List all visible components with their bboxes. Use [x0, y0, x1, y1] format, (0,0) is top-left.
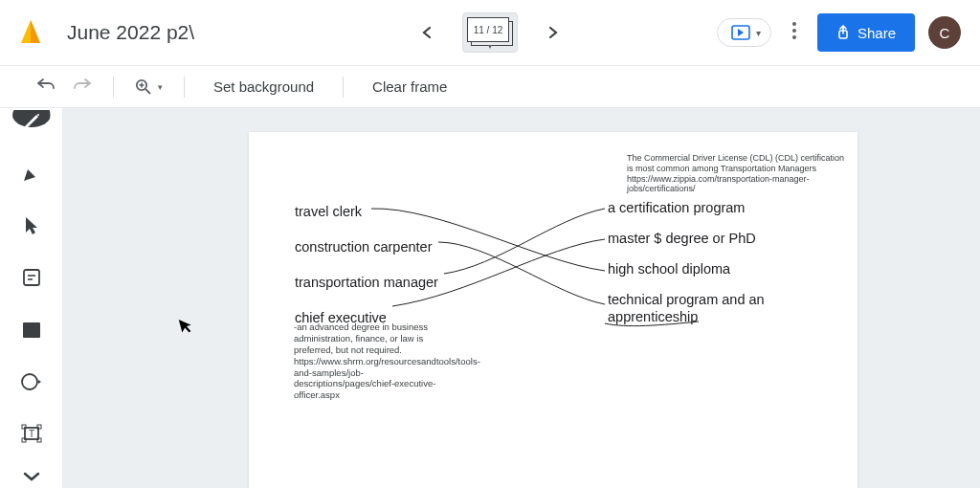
svg-point-14 [22, 374, 37, 389]
separator [184, 77, 185, 98]
svg-point-3 [792, 35, 796, 39]
more-menu-button[interactable] [785, 14, 804, 52]
document-title[interactable]: June 2022 p2\ [67, 21, 194, 44]
prev-slide-button[interactable] [414, 16, 439, 50]
share-label: Share [858, 25, 896, 41]
separator [113, 77, 114, 98]
note-top: The Commercial Driver License (CDL) (CDL… [627, 153, 847, 194]
svg-line-6 [145, 89, 150, 94]
slide-counter: 11 / 12 [467, 17, 509, 42]
slide-frame[interactable]: The Commercial Driver License (CDL) (CDL… [249, 132, 858, 488]
zoom-control[interactable]: ▾ [135, 78, 163, 96]
chevron-down-icon: ▾ [756, 28, 761, 38]
left-item: transportation manager [295, 274, 486, 292]
present-button[interactable]: ▾ [717, 18, 771, 47]
svg-point-1 [792, 22, 796, 26]
share-button[interactable]: Share [817, 13, 915, 52]
right-item: high school diploma [608, 260, 818, 278]
workarea: T The Commercial Driver License (CDL) (C… [0, 108, 980, 488]
shape-tool[interactable] [17, 370, 46, 393]
next-slide-button[interactable] [541, 16, 566, 50]
redo-button[interactable] [73, 77, 92, 97]
svg-rect-10 [24, 270, 39, 285]
side-toolbar: T [0, 108, 63, 488]
canvas[interactable]: The Commercial Driver License (CDL) (CDL… [63, 108, 980, 488]
pen-tool[interactable] [17, 162, 46, 185]
textbox-tool[interactable]: T [17, 422, 46, 445]
svg-point-2 [792, 29, 796, 33]
svg-text:T: T [28, 429, 33, 439]
note-tool[interactable] [17, 266, 46, 289]
more-tool[interactable] [17, 465, 46, 488]
note-bottom: -an advanced degree in business administ… [294, 322, 457, 401]
chevron-down-icon: ▾ [488, 42, 492, 51]
toolbar: ▾ Set background Clear frame [0, 66, 980, 108]
pointer-tool[interactable] [17, 213, 46, 236]
topbar: June 2022 p2\ 11 / 12 ▾ ▾ Share C [0, 0, 980, 66]
slide-nav: 11 / 12 ▾ [414, 12, 566, 53]
slide-selector[interactable]: 11 / 12 ▾ [462, 12, 518, 53]
right-item: technical program and an apprenticeship [608, 291, 818, 325]
clear-frame-button[interactable]: Clear frame [365, 78, 455, 95]
app-logo [19, 18, 42, 47]
top-actions: ▾ Share C [717, 13, 961, 52]
undo-button[interactable] [36, 77, 56, 97]
right-item: master $ degree or PhD [608, 230, 818, 248]
avatar[interactable]: C [928, 16, 961, 49]
set-background-button[interactable]: Set background [206, 78, 322, 95]
right-item: a certification program [608, 199, 818, 217]
chevron-down-icon: ▾ [158, 82, 163, 92]
separator [343, 77, 344, 98]
svg-point-9 [37, 114, 39, 116]
left-item: construction carpenter [295, 238, 486, 256]
left-item: travel clerk [295, 203, 486, 221]
image-tool[interactable] [17, 318, 46, 341]
right-column: a certification program master $ degree … [608, 199, 818, 338]
cursor-icon [178, 316, 196, 339]
